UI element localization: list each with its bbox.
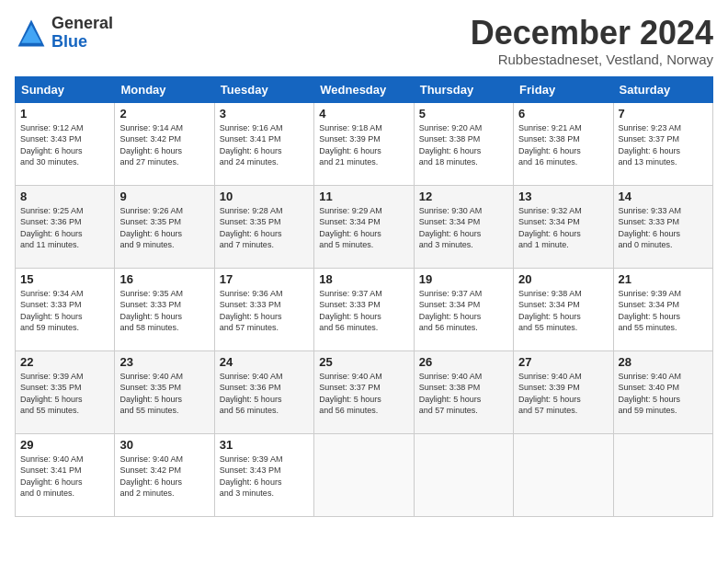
calendar-cell: 8Sunrise: 9:25 AM Sunset: 3:36 PM Daylig…: [16, 185, 115, 268]
weekday-header-thursday: Thursday: [414, 76, 513, 102]
location: Rubbestadneset, Vestland, Norway: [471, 52, 713, 67]
day-number: 17: [220, 272, 309, 286]
day-number: 14: [619, 190, 708, 203]
calendar-cell: 2Sunrise: 9:14 AM Sunset: 3:42 PM Daylig…: [115, 102, 214, 185]
day-info: Sunrise: 9:40 AM Sunset: 3:39 PM Dayligh…: [518, 371, 608, 417]
weekday-header-saturday: Saturday: [613, 76, 712, 102]
day-info: Sunrise: 9:36 AM Sunset: 3:33 PM Dayligh…: [220, 288, 309, 334]
day-info: Sunrise: 9:37 AM Sunset: 3:33 PM Dayligh…: [319, 288, 408, 334]
calendar-cell: 7Sunrise: 9:23 AM Sunset: 3:37 PM Daylig…: [613, 102, 712, 185]
week-row-2: 8Sunrise: 9:25 AM Sunset: 3:36 PM Daylig…: [16, 185, 713, 268]
calendar-cell: 20Sunrise: 9:38 AM Sunset: 3:34 PM Dayli…: [514, 268, 613, 350]
calendar-cell: 14Sunrise: 9:33 AM Sunset: 3:33 PM Dayli…: [613, 185, 712, 268]
calendar-cell: 15Sunrise: 9:34 AM Sunset: 3:33 PM Dayli…: [16, 268, 115, 350]
calendar-cell: 13Sunrise: 9:32 AM Sunset: 3:34 PM Dayli…: [514, 185, 613, 268]
day-info: Sunrise: 9:21 AM Sunset: 3:38 PM Dayligh…: [518, 122, 608, 168]
calendar-cell: 26Sunrise: 9:40 AM Sunset: 3:38 PM Dayli…: [414, 350, 513, 433]
page-header: General Blue December 2024 Rubbestadnese…: [15, 15, 713, 67]
calendar-cell: [613, 433, 712, 516]
day-info: Sunrise: 9:34 AM Sunset: 3:33 PM Dayligh…: [20, 288, 109, 334]
day-number: 6: [518, 107, 608, 121]
day-number: 16: [119, 272, 209, 286]
day-number: 12: [419, 190, 508, 203]
day-number: 5: [419, 107, 508, 121]
calendar-cell: 16Sunrise: 9:35 AM Sunset: 3:33 PM Dayli…: [115, 268, 214, 350]
day-number: 21: [619, 272, 708, 286]
weekday-header-sunday: Sunday: [16, 76, 115, 102]
day-number: 2: [119, 107, 209, 121]
weekday-header-tuesday: Tuesday: [214, 76, 313, 102]
week-row-1: 1Sunrise: 9:12 AM Sunset: 3:43 PM Daylig…: [16, 102, 713, 185]
logo-text: General Blue: [51, 15, 113, 52]
day-info: Sunrise: 9:40 AM Sunset: 3:41 PM Dayligh…: [20, 454, 109, 500]
day-number: 3: [220, 107, 309, 121]
logo-icon: [15, 17, 48, 50]
calendar-cell: 19Sunrise: 9:37 AM Sunset: 3:34 PM Dayli…: [414, 268, 513, 350]
day-number: 9: [119, 190, 209, 203]
month-title: December 2024: [471, 15, 713, 52]
calendar-cell: 22Sunrise: 9:39 AM Sunset: 3:35 PM Dayli…: [16, 350, 115, 433]
day-number: 7: [619, 107, 708, 121]
calendar-cell: [414, 433, 513, 516]
logo-general: General: [51, 14, 113, 32]
day-info: Sunrise: 9:40 AM Sunset: 3:42 PM Dayligh…: [119, 454, 209, 500]
calendar: SundayMondayTuesdayWednesdayThursdayFrid…: [15, 76, 713, 517]
day-number: 15: [20, 272, 109, 286]
calendar-cell: [314, 433, 414, 516]
calendar-cell: 9Sunrise: 9:26 AM Sunset: 3:35 PM Daylig…: [115, 185, 214, 268]
day-number: 31: [220, 438, 309, 452]
day-info: Sunrise: 9:16 AM Sunset: 3:41 PM Dayligh…: [220, 122, 309, 168]
day-number: 28: [619, 355, 708, 369]
calendar-cell: 28Sunrise: 9:40 AM Sunset: 3:40 PM Dayli…: [613, 350, 712, 433]
calendar-cell: 25Sunrise: 9:40 AM Sunset: 3:37 PM Dayli…: [314, 350, 414, 433]
calendar-cell: 4Sunrise: 9:18 AM Sunset: 3:39 PM Daylig…: [314, 102, 414, 185]
day-number: 24: [220, 355, 309, 369]
week-row-3: 15Sunrise: 9:34 AM Sunset: 3:33 PM Dayli…: [16, 268, 713, 350]
calendar-cell: 31Sunrise: 9:39 AM Sunset: 3:43 PM Dayli…: [214, 433, 313, 516]
logo: General Blue: [15, 15, 113, 52]
day-number: 30: [119, 438, 209, 452]
calendar-cell: 27Sunrise: 9:40 AM Sunset: 3:39 PM Dayli…: [514, 350, 613, 433]
weekday-header-friday: Friday: [514, 76, 613, 102]
day-info: Sunrise: 9:40 AM Sunset: 3:40 PM Dayligh…: [619, 371, 708, 417]
calendar-cell: 5Sunrise: 9:20 AM Sunset: 3:38 PM Daylig…: [414, 102, 513, 185]
logo-blue: Blue: [51, 32, 87, 51]
calendar-cell: 18Sunrise: 9:37 AM Sunset: 3:33 PM Dayli…: [314, 268, 414, 350]
day-info: Sunrise: 9:29 AM Sunset: 3:34 PM Dayligh…: [319, 205, 408, 251]
day-info: Sunrise: 9:14 AM Sunset: 3:42 PM Dayligh…: [119, 122, 209, 168]
day-number: 20: [518, 272, 608, 286]
day-info: Sunrise: 9:38 AM Sunset: 3:34 PM Dayligh…: [518, 288, 608, 334]
weekday-header-monday: Monday: [115, 76, 214, 102]
day-number: 19: [419, 272, 508, 286]
day-info: Sunrise: 9:12 AM Sunset: 3:43 PM Dayligh…: [20, 122, 109, 168]
day-info: Sunrise: 9:28 AM Sunset: 3:35 PM Dayligh…: [220, 205, 309, 251]
day-info: Sunrise: 9:30 AM Sunset: 3:34 PM Dayligh…: [419, 205, 508, 251]
calendar-cell: 6Sunrise: 9:21 AM Sunset: 3:38 PM Daylig…: [514, 102, 613, 185]
day-info: Sunrise: 9:37 AM Sunset: 3:34 PM Dayligh…: [419, 288, 508, 334]
day-number: 18: [319, 272, 408, 286]
week-row-5: 29Sunrise: 9:40 AM Sunset: 3:41 PM Dayli…: [16, 433, 713, 516]
day-info: Sunrise: 9:40 AM Sunset: 3:35 PM Dayligh…: [119, 371, 209, 417]
day-info: Sunrise: 9:20 AM Sunset: 3:38 PM Dayligh…: [419, 122, 508, 168]
day-info: Sunrise: 9:26 AM Sunset: 3:35 PM Dayligh…: [119, 205, 209, 251]
day-info: Sunrise: 9:23 AM Sunset: 3:37 PM Dayligh…: [619, 122, 708, 168]
day-number: 10: [220, 190, 309, 203]
day-number: 26: [419, 355, 508, 369]
day-number: 8: [20, 190, 109, 203]
day-number: 1: [20, 107, 109, 121]
calendar-cell: 3Sunrise: 9:16 AM Sunset: 3:41 PM Daylig…: [214, 102, 313, 185]
calendar-cell: 10Sunrise: 9:28 AM Sunset: 3:35 PM Dayli…: [214, 185, 313, 268]
calendar-cell: 17Sunrise: 9:36 AM Sunset: 3:33 PM Dayli…: [214, 268, 313, 350]
day-info: Sunrise: 9:25 AM Sunset: 3:36 PM Dayligh…: [20, 205, 109, 251]
day-number: 29: [20, 438, 109, 452]
calendar-cell: 23Sunrise: 9:40 AM Sunset: 3:35 PM Dayli…: [115, 350, 214, 433]
calendar-cell: 1Sunrise: 9:12 AM Sunset: 3:43 PM Daylig…: [16, 102, 115, 185]
day-info: Sunrise: 9:33 AM Sunset: 3:33 PM Dayligh…: [619, 205, 708, 251]
day-info: Sunrise: 9:39 AM Sunset: 3:43 PM Dayligh…: [220, 454, 309, 500]
week-row-4: 22Sunrise: 9:39 AM Sunset: 3:35 PM Dayli…: [16, 350, 713, 433]
calendar-cell: [514, 433, 613, 516]
day-info: Sunrise: 9:35 AM Sunset: 3:33 PM Dayligh…: [119, 288, 209, 334]
day-number: 22: [20, 355, 109, 369]
day-info: Sunrise: 9:39 AM Sunset: 3:34 PM Dayligh…: [619, 288, 708, 334]
title-block: December 2024 Rubbestadneset, Vestland, …: [471, 15, 713, 67]
